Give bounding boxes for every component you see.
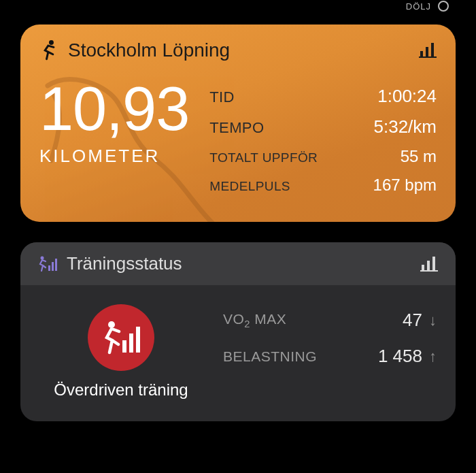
svg-rect-2	[426, 47, 428, 56]
svg-rect-9	[422, 265, 424, 270]
metric-vo2max-number: 47	[403, 310, 422, 331]
stat-pace: TEMPO 5:32/km	[209, 116, 437, 137]
hide-label[interactable]: DÖLJ	[406, 1, 431, 12]
status-body: Överdriven träning VO2 MAX 47 ↓ BELASTNI…	[20, 285, 456, 421]
svg-point-13	[108, 321, 115, 328]
stat-pace-label: TEMPO	[209, 119, 264, 137]
svg-rect-16	[136, 327, 140, 353]
status-card[interactable]: Träningsstatus Överdriven träning	[20, 242, 456, 421]
distance-unit: KILOMETER	[39, 146, 189, 167]
svg-rect-10	[427, 261, 430, 270]
bars-icon[interactable]	[420, 257, 438, 272]
svg-rect-3	[431, 43, 434, 56]
svg-rect-14	[122, 340, 126, 353]
runner-bars-white-icon	[102, 320, 140, 355]
status-badge-block: Överdriven träning	[39, 304, 203, 399]
distance-value: 10,93	[39, 80, 189, 139]
arrow-down-icon: ↓	[429, 312, 437, 329]
runner-icon	[39, 40, 58, 61]
stat-time-label: TID	[209, 88, 235, 106]
stat-avghr-label: MEDELPULS	[209, 179, 290, 194]
svg-rect-8	[55, 259, 57, 271]
svg-rect-1	[420, 51, 423, 56]
svg-rect-11	[432, 257, 435, 270]
metric-vo2max-label: VO2 MAX	[223, 311, 286, 329]
svg-rect-4	[419, 56, 437, 58]
stat-pace-value: 5:32/km	[374, 116, 437, 137]
top-right-controls: DÖLJ	[20, 0, 456, 12]
status-title: Träningsstatus	[67, 253, 182, 274]
metric-vo2max: VO2 MAX 47 ↓	[223, 310, 437, 331]
stats-block: TID 1:00:24 TEMPO 5:32/km TOTALT UPPFÖR …	[209, 86, 437, 204]
metric-load: BELASTNING 1 458 ↑	[223, 346, 437, 367]
svg-point-5	[41, 256, 44, 259]
distance-block: 10,93 KILOMETER	[39, 80, 189, 204]
arrow-up-icon: ↑	[429, 348, 437, 365]
metric-vo2max-value: 47 ↓	[403, 310, 437, 331]
metric-load-value: 1 458 ↑	[378, 346, 437, 367]
stat-time-value: 1:00:24	[377, 86, 437, 107]
svg-rect-7	[52, 262, 54, 271]
activity-card[interactable]: Stockholm Löpning 10,93 KILOMETER TID 1:…	[20, 25, 456, 222]
stat-ascent-value: 55 m	[401, 147, 437, 166]
status-card-header: Träningsstatus	[20, 242, 456, 285]
bars-icon[interactable]	[419, 43, 437, 58]
svg-rect-15	[129, 333, 133, 353]
status-header-left: Träningsstatus	[38, 253, 182, 274]
metric-load-label: BELASTNING	[223, 348, 317, 365]
runner-bars-icon	[38, 256, 57, 272]
status-badge-label: Överdriven träning	[54, 380, 188, 399]
metric-load-number: 1 458	[378, 346, 422, 367]
stat-avghr: MEDELPULS 167 bpm	[209, 176, 437, 195]
svg-point-0	[49, 40, 54, 45]
svg-rect-6	[48, 265, 50, 271]
status-badge-circle	[88, 304, 154, 371]
activity-body: 10,93 KILOMETER TID 1:00:24 TEMPO 5:32/k…	[39, 80, 437, 204]
stat-time: TID 1:00:24	[209, 86, 437, 107]
stat-ascent: TOTALT UPPFÖR 55 m	[209, 147, 437, 166]
circle-icon[interactable]	[438, 1, 449, 12]
stat-avghr-value: 167 bpm	[373, 176, 437, 195]
svg-rect-12	[420, 270, 438, 272]
status-metrics: VO2 MAX 47 ↓ BELASTNING 1 458 ↑	[223, 310, 437, 399]
stat-ascent-label: TOTALT UPPFÖR	[209, 150, 318, 165]
